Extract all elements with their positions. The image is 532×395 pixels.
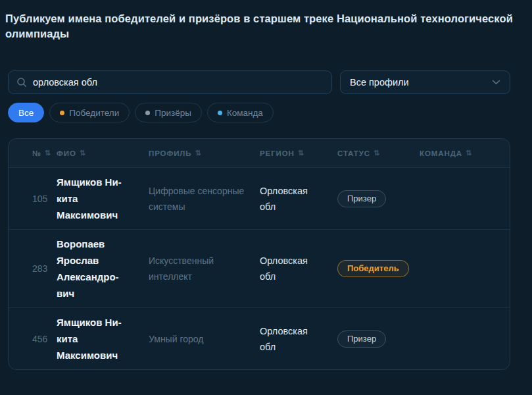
column-header-status[interactable]: СТАТУС ⇅ bbox=[337, 149, 420, 157]
table-row: 283 Воропаев Яро­слав Александро­вич Иск… bbox=[9, 229, 510, 307]
sort-icon[interactable]: ⇅ bbox=[298, 149, 304, 157]
profile-filter-value: Все профили bbox=[350, 77, 409, 88]
cell-number: 456 bbox=[9, 334, 57, 344]
profile-filter-dropdown[interactable]: Все профили bbox=[340, 70, 510, 94]
table-row: 456 Ямщиков Ни­кита Максимович Умный гор… bbox=[9, 307, 510, 369]
column-header-name[interactable]: ФИО ⇅ bbox=[57, 149, 149, 157]
sort-icon[interactable]: ⇅ bbox=[374, 149, 380, 157]
status-filter-chips: Все Победители Призёры Команда bbox=[8, 103, 274, 122]
cell-region: Орловская обл bbox=[260, 253, 337, 284]
page-title: Публикуем имена победителей и призёров в… bbox=[5, 11, 513, 41]
search-input[interactable] bbox=[33, 77, 324, 88]
cell-number: 283 bbox=[9, 263, 57, 274]
winners-dot-icon bbox=[60, 111, 64, 115]
status-badge: Призер bbox=[337, 190, 386, 207]
cell-status: Победитель bbox=[337, 260, 420, 277]
results-page: Публикуем имена победителей и призёров в… bbox=[0, 11, 532, 395]
cell-profile: Цифровые сенсорные системы bbox=[149, 183, 260, 215]
team-dot-icon bbox=[218, 111, 222, 115]
column-header-team[interactable]: КОМАНДА ⇅ bbox=[420, 149, 510, 157]
cell-name: Воропаев Яро­слав Александро­вич bbox=[57, 236, 149, 302]
filter-chip-all[interactable]: Все bbox=[8, 103, 44, 122]
cell-region: Орловская обл bbox=[260, 183, 337, 215]
cell-region: Орловская обл bbox=[260, 323, 337, 355]
search-icon bbox=[16, 77, 27, 88]
filter-chip-team[interactable]: Команда bbox=[207, 103, 274, 122]
filter-chip-label: Призёры bbox=[155, 108, 191, 118]
filter-chip-prize[interactable]: Призёры bbox=[135, 103, 202, 122]
cell-number: 105 bbox=[9, 194, 57, 204]
filter-chip-winners[interactable]: Победители bbox=[49, 103, 130, 122]
cell-profile: Искусственный интеллект bbox=[149, 253, 260, 284]
cell-status: Призер bbox=[337, 330, 420, 348]
cell-name: Ямщиков Ни­кита Максимович bbox=[57, 314, 149, 363]
table-row: 105 Ямщиков Ни­кита Максимович Цифровые … bbox=[9, 167, 510, 229]
chevron-down-icon bbox=[492, 80, 500, 85]
column-label: ПРОФИЛЬ bbox=[149, 149, 191, 157]
column-label: РЕГИОН bbox=[260, 149, 295, 157]
filter-chip-label: Команда bbox=[227, 108, 263, 118]
cell-profile: Умный город bbox=[149, 331, 260, 347]
filter-chip-label: Все bbox=[18, 108, 34, 118]
cell-status: Призер bbox=[337, 190, 420, 207]
column-header-region[interactable]: РЕГИОН ⇅ bbox=[260, 149, 337, 157]
sort-icon[interactable]: ⇅ bbox=[80, 149, 86, 157]
column-label: КОМАНДА bbox=[420, 149, 462, 157]
sort-icon[interactable]: ⇅ bbox=[45, 149, 51, 157]
prize-dot-icon bbox=[145, 111, 150, 115]
table-header-row: № ⇅ ФИО ⇅ ПРОФИЛЬ ⇅ РЕГИОН ⇅ СТАТУС ⇅ КО… bbox=[9, 139, 510, 167]
search-box[interactable] bbox=[8, 70, 332, 94]
filter-controls: Все профили bbox=[8, 70, 510, 94]
sort-icon[interactable]: ⇅ bbox=[195, 149, 201, 157]
column-label: СТАТУС bbox=[337, 149, 370, 157]
column-label: № bbox=[32, 149, 41, 157]
sort-icon[interactable]: ⇅ bbox=[466, 149, 472, 157]
status-badge: Победитель bbox=[337, 260, 409, 277]
column-header-profile[interactable]: ПРОФИЛЬ ⇅ bbox=[149, 149, 260, 157]
status-badge: Призер bbox=[337, 330, 386, 348]
cell-name: Ямщиков Ни­кита Максимович bbox=[57, 174, 149, 223]
column-label: ФИО bbox=[57, 149, 76, 157]
filter-chip-label: Победители bbox=[69, 108, 119, 118]
results-table: № ⇅ ФИО ⇅ ПРОФИЛЬ ⇅ РЕГИОН ⇅ СТАТУС ⇅ КО… bbox=[8, 138, 510, 370]
column-header-number[interactable]: № ⇅ bbox=[9, 149, 57, 157]
